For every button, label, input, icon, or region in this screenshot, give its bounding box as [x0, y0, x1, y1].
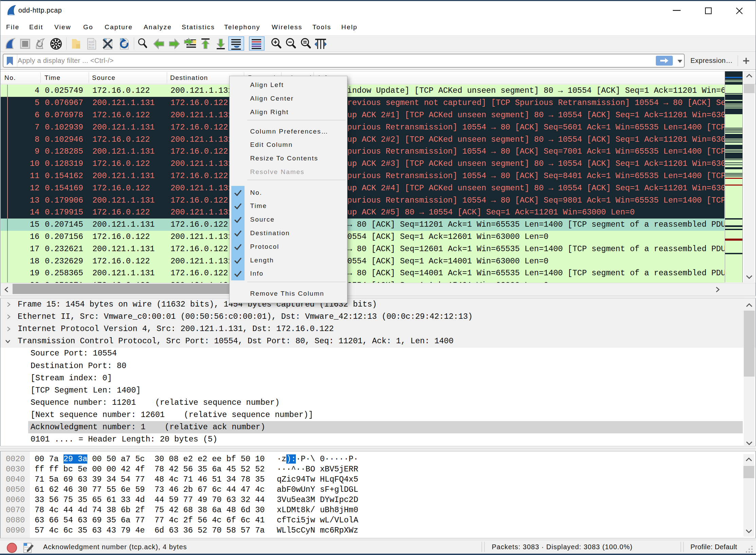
svg-text:0111: 0111: [89, 46, 94, 49]
svg-text:0110: 0110: [89, 44, 94, 46]
svg-text:0101: 0101: [89, 41, 94, 44]
